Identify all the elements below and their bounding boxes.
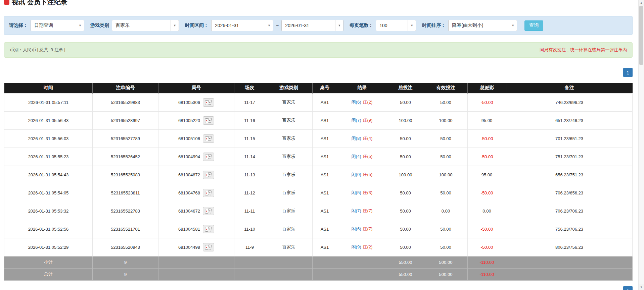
view-cards-icon[interactable] bbox=[203, 243, 214, 251]
view-cards-icon[interactable] bbox=[203, 116, 214, 125]
cell-valid-bet: 0.00 bbox=[424, 202, 468, 220]
vertical-scrollbar[interactable]: ▲ ▼ bbox=[638, 0, 644, 290]
date-to-select[interactable]: 2026-01-31 ▼ bbox=[281, 20, 343, 31]
cell-result: 闲(0)庄(5) bbox=[337, 166, 387, 184]
view-cards-icon[interactable] bbox=[203, 171, 214, 179]
scroll-down-icon[interactable]: ▼ bbox=[639, 284, 644, 290]
caret-down-icon: ▼ bbox=[509, 20, 517, 31]
filter-group-perpage: 每页笔数： 100 ▼ bbox=[350, 20, 416, 31]
cell-time: 2026-01-31 05:54:43 bbox=[4, 166, 93, 184]
cell-round-number: 681005306 bbox=[158, 93, 234, 111]
table-row: 2026-01-31 05:56:03 523165527789 6810051… bbox=[4, 129, 633, 148]
table-row: 2026-01-31 05:57:11 523165529883 6810053… bbox=[4, 93, 633, 111]
cell-game-type: 百家乐 bbox=[265, 184, 313, 202]
cell-table-number: AS1 bbox=[313, 166, 337, 184]
cell-round-number: 681005106 bbox=[158, 129, 234, 148]
game-type-select[interactable]: 百家乐 ▼ bbox=[112, 20, 179, 31]
col-remark: 备注 bbox=[506, 83, 633, 93]
cell-total-bet: 50.00 bbox=[387, 148, 424, 166]
cell-result: 闲(7)庄(7) bbox=[337, 202, 387, 220]
filter-group-game: 游戏类别 百家乐 ▼ bbox=[90, 20, 179, 31]
cell-bet-number: 523165528997 bbox=[93, 111, 158, 129]
result-banker: 庄(2) bbox=[363, 244, 373, 249]
cell-bet-number: 523165525083 bbox=[93, 166, 158, 184]
cell-result: 闲(4)庄(5) bbox=[337, 148, 387, 166]
round-number-text: 681004872 bbox=[178, 172, 200, 177]
cell-bet-number: 523165523811 bbox=[93, 184, 158, 202]
col-time: 时间 bbox=[4, 83, 93, 93]
table-row: 2026-01-31 05:52:29 523165520843 6810044… bbox=[4, 238, 633, 256]
cell-bet-number: 523165529883 bbox=[93, 93, 158, 111]
per-page-label: 每页笔数： bbox=[350, 22, 373, 28]
result-banker: 庄(5) bbox=[363, 154, 373, 159]
view-cards-icon[interactable] bbox=[203, 189, 214, 197]
cell-total-payout: -50.00 bbox=[468, 148, 506, 166]
per-page-select[interactable]: 100 ▼ bbox=[376, 20, 416, 31]
view-cards-icon[interactable] bbox=[203, 207, 214, 215]
filter-group-dates: 时间区间： 2026-01-31 ▼ ~ 2026-01-31 ▼ bbox=[185, 20, 343, 31]
cell-total-bet: 50.00 bbox=[387, 238, 424, 256]
cell-valid-bet: 50.00 bbox=[424, 93, 468, 111]
cell-remark: 656.23/751.23 bbox=[506, 166, 633, 184]
cell-session: 11-10 bbox=[234, 220, 265, 238]
cell-session: 11-13 bbox=[234, 166, 265, 184]
view-cards-icon[interactable] bbox=[203, 134, 214, 143]
round-number-text: 681005106 bbox=[178, 136, 200, 141]
cell-round-number: 681004498 bbox=[158, 238, 234, 256]
view-cards-icon[interactable] bbox=[203, 98, 214, 107]
game-label: 游戏类别 bbox=[90, 22, 109, 28]
page: 视讯 会员下注纪录 请选择： 日期查询 ▼ 游戏类别 百家乐 ▼ 时间区间： 2… bbox=[0, 0, 638, 290]
cell-game-type: 百家乐 bbox=[265, 166, 313, 184]
sort-label: 时间排序： bbox=[422, 22, 446, 28]
cell-total-payout: 95.00 bbox=[468, 166, 506, 184]
cell-total-payout: -50.00 bbox=[468, 93, 506, 111]
cell-total-bet: 50.00 bbox=[387, 202, 424, 220]
table-row: 2026-01-31 05:55:23 523165526452 6810049… bbox=[4, 148, 633, 166]
per-page-value: 100 bbox=[376, 23, 408, 28]
cell-remark: 706.23/706.23 bbox=[506, 202, 633, 220]
scrollbar-thumb[interactable] bbox=[639, 6, 643, 65]
cell-remark: 651.23/746.23 bbox=[506, 111, 633, 129]
col-table-number: 桌号 bbox=[313, 83, 337, 93]
date-from-select[interactable]: 2026-01-31 ▼ bbox=[211, 20, 273, 31]
result-player: 闲(0) bbox=[352, 172, 361, 177]
cell-valid-bet: 50.00 bbox=[424, 220, 468, 238]
cell-table-number: AS1 bbox=[313, 238, 337, 256]
result-banker: 庄(5) bbox=[363, 172, 373, 177]
table-row: 2026-01-31 05:54:05 523165523811 6810047… bbox=[4, 184, 633, 202]
col-valid-bet: 有效投注 bbox=[424, 83, 468, 93]
cell-remark: 746.23/696.23 bbox=[506, 93, 633, 111]
page-1-button[interactable]: 1 bbox=[623, 68, 633, 77]
cell-session: 11-14 bbox=[234, 148, 265, 166]
table-body: 2026-01-31 05:57:11 523165529883 6810053… bbox=[4, 93, 633, 256]
bet-records-table: 时间 注单编号 局号 场次 游戏类别 桌号 结果 总投注 有效投注 总派彩 备注… bbox=[4, 83, 633, 281]
col-result: 结果 bbox=[337, 83, 387, 93]
result-player: 闲(7) bbox=[352, 118, 361, 123]
cell-time: 2026-01-31 05:56:43 bbox=[4, 111, 93, 129]
select-label: 请选择： bbox=[9, 22, 28, 28]
cell-table-number: AS1 bbox=[313, 148, 337, 166]
pagination-bottom: 1 bbox=[4, 286, 633, 290]
title-red-icon bbox=[4, 0, 9, 5]
caret-down-icon: ▼ bbox=[76, 20, 84, 31]
cell-round-number: 681004672 bbox=[158, 202, 234, 220]
sort-order-select[interactable]: 降幂(由大到小) ▼ bbox=[448, 20, 517, 31]
page-1-button-bottom[interactable]: 1 bbox=[623, 286, 633, 290]
date-from-value: 2026-01-31 bbox=[212, 23, 265, 28]
subtotal-row: 小计 9 550.00 500.00 -110.00 bbox=[4, 256, 633, 268]
date-to-value: 2026-01-31 bbox=[282, 23, 335, 28]
cell-result: 闲(6)庄(2) bbox=[337, 93, 387, 111]
scroll-up-icon[interactable]: ▲ bbox=[639, 0, 644, 6]
cell-bet-number: 523165526452 bbox=[93, 148, 158, 166]
view-cards-icon[interactable] bbox=[203, 225, 214, 233]
cell-game-type: 百家乐 bbox=[265, 93, 313, 111]
query-type-select[interactable]: 日期查询 ▼ bbox=[31, 20, 84, 31]
query-button[interactable]: 查询 bbox=[524, 20, 543, 31]
result-player: 闲(6) bbox=[352, 226, 361, 231]
cell-round-number: 681004768 bbox=[158, 184, 234, 202]
view-cards-icon[interactable] bbox=[203, 153, 214, 161]
grand-total-valid-bet: 500.00 bbox=[424, 268, 468, 280]
cell-game-type: 百家乐 bbox=[265, 238, 313, 256]
result-player: 闲(8) bbox=[352, 136, 361, 141]
result-banker: 庄(4) bbox=[363, 136, 373, 141]
